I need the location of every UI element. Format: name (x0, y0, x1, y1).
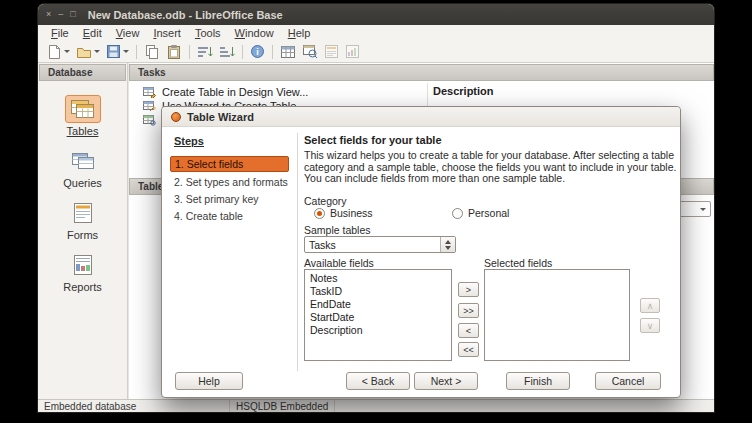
personal-radio-label: Personal (468, 207, 509, 219)
save-icon (106, 44, 121, 59)
dialog-title: Table Wizard (187, 111, 254, 123)
tables-icon (65, 95, 101, 123)
svg-text:i: i (256, 47, 259, 57)
open-folder-icon (76, 44, 92, 60)
toolbar-separator (136, 45, 137, 59)
query-icon (302, 44, 318, 59)
list-item[interactable]: Description (305, 324, 451, 337)
sidebar-items: Tables Queries Forms (38, 85, 127, 293)
step-set-primary-key[interactable]: 3. Set primary key (170, 192, 289, 206)
available-fields-list[interactable]: Notes TaskID EndDate StartDate Descripti… (304, 269, 452, 361)
business-radio-label: Business (330, 207, 373, 219)
available-fields-label: Available fields (304, 257, 374, 269)
move-up-button[interactable]: ∧ (640, 298, 660, 313)
wizard-icon (171, 112, 181, 122)
form-object-button[interactable] (321, 42, 342, 61)
personal-radio[interactable]: Personal (452, 207, 509, 219)
back-button[interactable]: < Back (346, 372, 410, 390)
step-select-fields[interactable]: 1. Select fields (170, 156, 289, 172)
open-button[interactable] (73, 42, 103, 61)
move-down-button[interactable]: ∨ (640, 318, 660, 333)
wizard-steps-panel: Steps 1. Select fields 2. Set types and … (162, 127, 297, 397)
dialog-heading: Select fields for your table (304, 134, 442, 146)
list-item[interactable]: Notes (305, 272, 451, 285)
chevron-down-icon (700, 208, 706, 211)
menu-tools[interactable]: Tools (188, 26, 228, 40)
toolbar-separator (272, 45, 273, 59)
dialog-titlebar[interactable]: Table Wizard (162, 107, 680, 127)
add-field-button[interactable]: > (458, 282, 479, 297)
report-icon (345, 44, 360, 59)
sidebar-item-forms[interactable]: Forms (65, 199, 101, 241)
remove-all-fields-button[interactable]: << (458, 342, 479, 357)
add-all-fields-button[interactable]: >> (458, 303, 479, 318)
toolbar-separator (189, 45, 190, 59)
table-object-button[interactable] (277, 42, 299, 61)
sort-descending-button[interactable] (216, 42, 238, 61)
copy-button[interactable] (141, 42, 163, 61)
forms-icon (65, 199, 101, 227)
menu-edit[interactable]: Edit (76, 26, 109, 40)
task-create-table-design-view[interactable]: Create Table in Design View... (129, 85, 308, 99)
list-item[interactable]: StartDate (305, 311, 451, 324)
create-view-icon (143, 114, 156, 126)
sort-descending-icon (219, 44, 235, 60)
sidebar-item-tables[interactable]: Tables (65, 95, 101, 137)
menu-view[interactable]: View (109, 26, 147, 40)
sidebar-header: Database (39, 64, 126, 81)
titlebar[interactable]: × – □ New Database.odb - LibreOffice Bas… (38, 4, 714, 25)
sample-tables-label: Sample tables (304, 224, 371, 236)
step-set-types-and-formats[interactable]: 2. Set types and formats (170, 175, 289, 189)
sample-tables-value: Tasks (309, 239, 336, 251)
reports-icon (65, 251, 101, 279)
steps-divider (297, 133, 298, 371)
next-button[interactable]: Next > (414, 372, 478, 390)
toolbar-separator (242, 45, 243, 59)
menu-insert[interactable]: Insert (146, 26, 188, 40)
status-engine: HSQLDB Embedded (230, 400, 335, 412)
finish-button[interactable]: Finish (506, 372, 570, 390)
maximize-icon[interactable]: □ (70, 10, 75, 19)
menu-help[interactable]: Help (281, 26, 318, 40)
queries-icon (65, 147, 101, 175)
combobox-spin-icon[interactable] (440, 237, 455, 252)
sidebar-item-queries[interactable]: Queries (63, 147, 102, 189)
list-item[interactable]: EndDate (305, 298, 451, 311)
menu-file[interactable]: File (44, 26, 76, 40)
category-label: Category (304, 195, 347, 207)
sidebar-item-label: Tables (67, 125, 99, 137)
selected-fields-label: Selected fields (484, 257, 552, 269)
table-icon (280, 45, 296, 59)
report-object-button[interactable] (342, 42, 363, 61)
paste-icon (166, 44, 182, 60)
chevron-down-icon (64, 50, 70, 53)
help-button[interactable]: Help (175, 372, 243, 390)
chevron-down-icon (94, 50, 100, 53)
business-radio[interactable]: Business (314, 207, 373, 219)
description-header: Description (433, 85, 494, 97)
menu-window[interactable]: Window (228, 26, 281, 40)
selected-fields-list[interactable] (484, 269, 630, 361)
list-item[interactable]: TaskID (305, 285, 451, 298)
query-object-button[interactable] (299, 42, 321, 61)
database-sidebar: Database Tables Queries (38, 63, 128, 399)
cancel-button[interactable]: Cancel (595, 372, 661, 390)
step-create-table[interactable]: 4. Create table (170, 209, 289, 223)
radio-unselected-icon (452, 208, 463, 219)
info-button[interactable]: i (247, 42, 268, 61)
copy-icon (144, 44, 160, 60)
table-wizard-dialog: Table Wizard Steps 1. Select fields 2. S… (161, 106, 681, 398)
minimize-icon[interactable]: – (58, 10, 63, 19)
sample-tables-select[interactable]: Tasks (304, 236, 456, 253)
close-icon[interactable]: × (46, 10, 51, 19)
save-button[interactable] (103, 42, 132, 61)
menubar: File Edit View Insert Tools Window Help (38, 25, 714, 41)
sidebar-item-label: Forms (67, 229, 98, 241)
remove-field-button[interactable]: < (458, 323, 479, 338)
new-document-button[interactable] (44, 42, 73, 61)
paste-button[interactable] (163, 42, 185, 61)
new-document-icon (47, 44, 62, 60)
sort-ascending-button[interactable] (194, 42, 216, 61)
sort-ascending-icon (197, 44, 213, 60)
sidebar-item-reports[interactable]: Reports (63, 251, 102, 293)
